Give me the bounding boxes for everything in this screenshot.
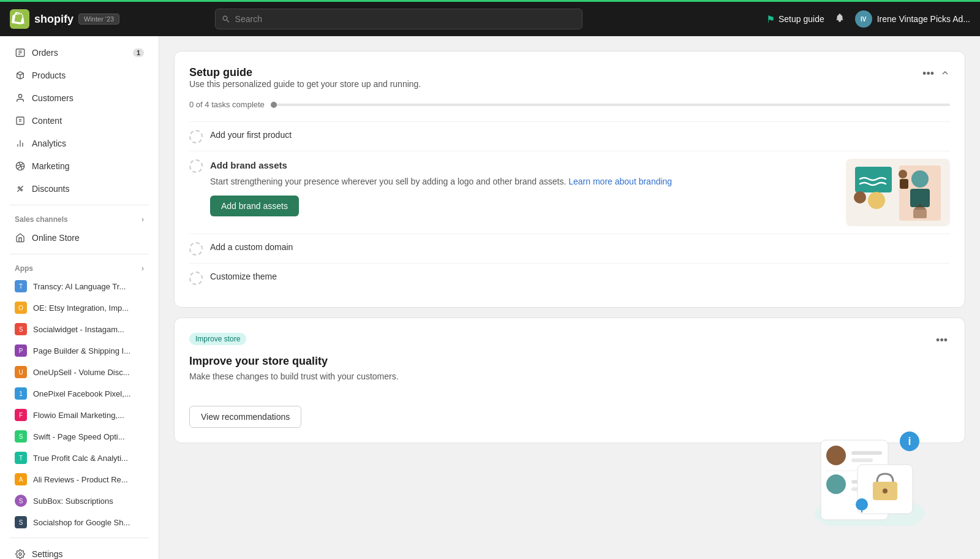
content-label: Content <box>32 116 144 126</box>
search-icon <box>222 15 230 23</box>
task-customize-theme[interactable]: Customize theme <box>189 263 950 292</box>
improve-store-badge: Improve store <box>189 333 246 345</box>
settings-icon <box>15 549 26 559</box>
trueprofit-label: True Profit Calc & Analyti... <box>33 454 144 463</box>
oneupsell-label: OneUpSell - Volume Disc... <box>33 368 144 377</box>
improve-store-right: ••• <box>933 333 950 348</box>
app-item-trueprofit[interactable]: T True Profit Calc & Analyti... <box>5 447 154 468</box>
setup-guide-label: Setup guide <box>778 14 824 24</box>
winter-badge: Winter '23 <box>78 13 119 25</box>
flowio-icon: F <box>15 409 27 421</box>
socialwidget-icon: S <box>15 323 27 335</box>
shopify-wordmark: shopify <box>34 13 74 26</box>
task-content-2: Add brand assets Start strengthening you… <box>210 159 839 216</box>
search-box[interactable] <box>215 9 582 29</box>
task-checkbox-3[interactable] <box>189 242 203 256</box>
sidebar-item-analytics[interactable]: Analytics <box>5 132 154 154</box>
app-item-socialwidget[interactable]: S Socialwidget - Instagam... <box>5 319 154 340</box>
view-recommendations-button[interactable]: View recommendations <box>189 406 301 428</box>
discounts-icon <box>15 183 26 194</box>
task-content-3: Add a custom domain <box>210 241 950 254</box>
progress-text: 0 of 4 tasks complete <box>189 100 265 109</box>
app-item-oneupsell[interactable]: U OneUpSell - Volume Disc... <box>5 362 154 382</box>
app-item-socialshop[interactable]: S Socialshop for Google Sh... <box>5 512 154 533</box>
content-icon <box>15 115 26 126</box>
onepixel-label: OnePixel Facebook Pixel,... <box>33 389 144 398</box>
task-checkbox-1[interactable] <box>189 130 203 143</box>
task-brand-assets[interactable]: Add brand assets Start strengthening you… <box>189 151 950 234</box>
analytics-label: Analytics <box>32 139 144 148</box>
task-content-4: Customize theme <box>210 271 950 283</box>
main-layout: Orders 1 Products Customers Content An <box>0 36 980 559</box>
store-avatar: IV <box>855 10 872 28</box>
sidebar-item-marketing[interactable]: Marketing <box>5 155 154 177</box>
page-builder-label: Page Builder & Shipping I... <box>33 346 144 356</box>
notifications-button[interactable] <box>834 12 845 26</box>
app-item-transcy[interactable]: T Transcy: AI Language Tr... <box>5 276 154 297</box>
task-desc-text-2: Start strengthening your presence wherev… <box>210 177 568 186</box>
sidebar-item-settings[interactable]: Settings <box>5 543 154 559</box>
setup-guide-collapse-button[interactable] <box>940 66 950 82</box>
task-title-4: Customize theme <box>210 271 950 283</box>
sidebar-item-orders[interactable]: Orders 1 <box>5 42 154 64</box>
app-item-page-builder[interactable]: P Page Builder & Shipping I... <box>5 340 154 361</box>
orders-label: Orders <box>32 48 127 58</box>
task-checkbox-4[interactable] <box>189 272 203 285</box>
svg-rect-27 <box>900 179 908 189</box>
app-item-ali-reviews[interactable]: A Ali Reviews - Product Re... <box>5 469 154 490</box>
task-learn-more-link[interactable]: Learn more about branding <box>568 177 672 186</box>
brand-illustration <box>846 159 950 226</box>
swift-label: Swift - Page Speed Opti... <box>33 432 144 441</box>
app-item-oe-etsy[interactable]: O OE: Etsy Integration, Imp... <box>5 297 154 318</box>
flag-icon: ⚑ <box>766 13 775 25</box>
discounts-label: Discounts <box>32 184 144 194</box>
setup-guide-button[interactable]: ⚑ Setup guide <box>766 13 824 25</box>
search-input[interactable] <box>235 14 576 24</box>
divider-1 <box>10 205 149 205</box>
setup-guide-title-area: Setup guide Use this personalized guide … <box>189 66 421 96</box>
sidebar-item-customers[interactable]: Customers <box>5 87 154 109</box>
sidebar-item-online-store[interactable]: Online Store <box>5 227 154 249</box>
svg-point-22 <box>911 170 929 188</box>
store-button[interactable]: IV Irene Vintage Picks Ad... <box>855 10 970 28</box>
divider-2 <box>10 254 149 254</box>
oe-etsy-icon: O <box>15 302 27 314</box>
improve-store-title: Improve your store quality <box>189 355 933 368</box>
progress-section: 0 of 4 tasks complete <box>189 100 950 109</box>
improve-store-menu-button[interactable]: ••• <box>933 333 950 348</box>
sidebar-item-discounts[interactable]: Discounts <box>5 178 154 200</box>
sidebar-item-content[interactable]: Content <box>5 110 154 132</box>
store-name: Irene Vintage Picks Ad... <box>877 14 970 24</box>
sales-channels-chevron: › <box>141 215 144 224</box>
task-custom-domain[interactable]: Add a custom domain <box>189 234 950 263</box>
svg-point-16 <box>19 553 21 555</box>
socialwidget-label: Socialwidget - Instagam... <box>33 325 144 334</box>
search-container <box>215 9 582 29</box>
online-store-label: Online Store <box>32 233 144 243</box>
chevron-up-icon <box>940 68 950 78</box>
store-icon <box>15 232 26 243</box>
divider-3 <box>10 538 149 538</box>
subbox-icon: S <box>15 495 27 507</box>
task-first-product[interactable]: Add your first product <box>189 121 950 151</box>
app-item-onepixel[interactable]: 1 OnePixel Facebook Pixel,... <box>5 383 154 404</box>
setup-guide-menu-button[interactable]: ••• <box>920 66 937 82</box>
setup-guide-card: Setup guide Use this personalized guide … <box>174 51 965 308</box>
apps-header: Apps › <box>5 259 154 275</box>
apps-chevron: › <box>141 264 144 273</box>
add-brand-assets-button[interactable]: Add brand assets <box>210 196 299 216</box>
analytics-icon <box>15 138 26 149</box>
marketing-label: Marketing <box>32 161 144 171</box>
socialshop-icon: S <box>15 516 27 528</box>
customers-label: Customers <box>32 93 144 103</box>
setup-guide-actions: ••• <box>920 66 950 82</box>
app-item-swift[interactable]: S Swift - Page Speed Opti... <box>5 426 154 447</box>
task-title-1: Add your first product <box>210 129 950 142</box>
task-checkbox-2[interactable] <box>189 159 203 173</box>
oneupsell-icon: U <box>15 366 27 378</box>
app-item-flowio[interactable]: F Flowio Email Marketing,... <box>5 405 154 425</box>
brand-illustration-svg <box>849 161 947 225</box>
sales-channels-header: Sales channels › <box>5 210 154 226</box>
sidebar-item-products[interactable]: Products <box>5 64 154 86</box>
app-item-subbox[interactable]: S SubBox: Subscriptions <box>5 490 154 511</box>
